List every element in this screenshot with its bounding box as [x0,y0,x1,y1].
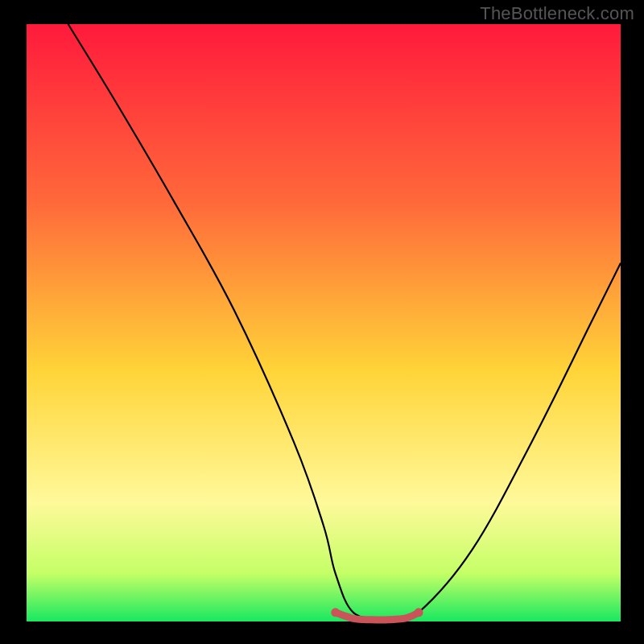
chart-container: TheBottleneck.com [0,0,644,644]
plot-gradient-background [27,24,621,621]
highlight-end-dot-left [331,608,340,617]
bottleneck-chart [0,0,644,644]
highlight-end-dot-right [415,608,423,617]
watermark-text: TheBottleneck.com [480,3,634,24]
